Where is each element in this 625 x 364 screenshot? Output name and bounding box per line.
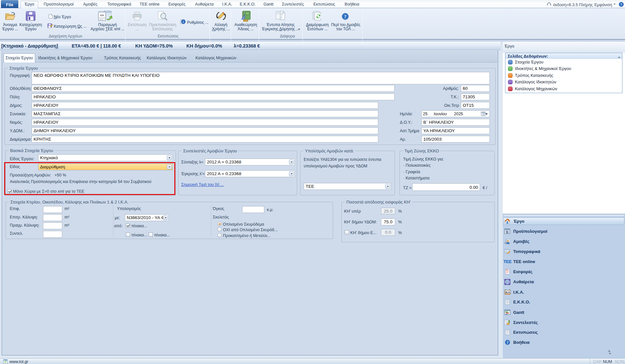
svg-text:Σ: Σ [506, 230, 508, 234]
svg-text:?: ? [620, 3, 622, 6]
svg-text:<>: <> [100, 14, 104, 17]
svg-text:IKA: IKA [505, 291, 510, 294]
svg-text:MMMM: MMMM [243, 20, 248, 21]
svg-text:?: ? [507, 341, 509, 344]
svg-text:?: ? [344, 14, 347, 19]
